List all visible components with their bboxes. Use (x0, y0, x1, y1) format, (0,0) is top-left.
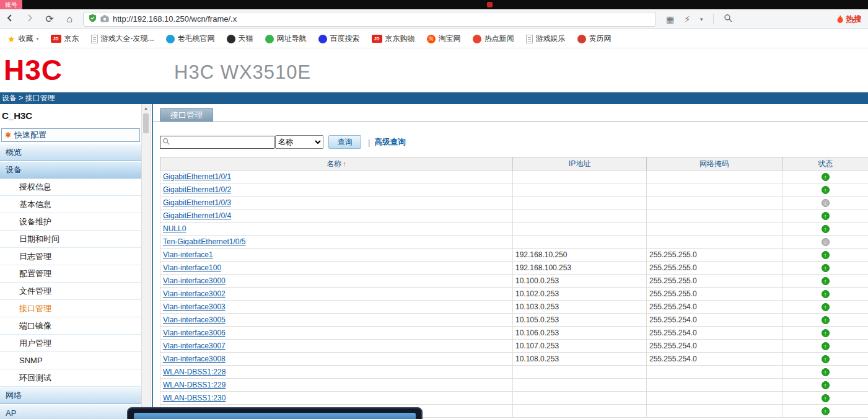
bookmark-item[interactable]: JD京东 (51, 33, 79, 44)
status-up-icon: ↑ (822, 329, 830, 337)
cell-name: Vlan-interface3000 (160, 275, 513, 288)
site-favicon-icon: 淘 (427, 35, 436, 43)
hot-search-button[interactable]: 热搜 (836, 14, 862, 25)
interface-link[interactable]: GigabitEthernet1/0/3 (163, 198, 231, 207)
sidebar-item[interactable]: 配置管理 (0, 265, 141, 283)
bookmark-item[interactable]: 百度搜索 (318, 33, 360, 44)
search-icon[interactable] (724, 14, 732, 24)
address-bar[interactable]: http://192.168.10.250/wcn/frame/.x (83, 12, 656, 27)
interface-link[interactable]: GigabitEthernet1/0/4 (163, 211, 231, 220)
cell-name: Vlan-interface3008 (160, 353, 513, 366)
sidebar-item[interactable]: 基本信息 (0, 196, 141, 213)
h3c-logo: H3C (4, 53, 63, 87)
cell-status: ↑ (783, 301, 868, 314)
interface-link[interactable]: Vlan-interface3008 (163, 355, 226, 363)
scrollbar-up-icon[interactable]: ▲ (142, 104, 150, 113)
scrollbar-thumb[interactable] (143, 113, 149, 133)
interface-link[interactable]: GigabitEthernet1/0/2 (163, 185, 231, 194)
sidebar-scrollbar[interactable]: ▲ (141, 104, 151, 419)
sidebar-item[interactable]: 设备维护 (0, 213, 141, 231)
interface-link[interactable]: Ten-GigabitEthernet1/0/5 (163, 237, 245, 246)
interface-link[interactable]: Vlan-interface1 (163, 250, 213, 259)
sidebar-section[interactable]: AP (0, 404, 141, 419)
interface-link[interactable]: WLAN-DBSS1:229 (163, 381, 226, 389)
table-row: Vlan-interface300310.103.0.253255.255.25… (160, 301, 868, 314)
interface-link[interactable]: Vlan-interface3005 (163, 315, 226, 324)
sidebar-section[interactable]: 概览 (0, 144, 141, 161)
search-box[interactable] (160, 136, 274, 149)
query-button[interactable]: 查询 (328, 135, 361, 149)
bookmark-item[interactable]: 游戏大全-发现... (91, 33, 154, 44)
speed-bolt-icon[interactable]: ⚡ (684, 14, 690, 24)
interface-link[interactable]: Vlan-interface3000 (163, 276, 226, 285)
cell-status: ↑ (783, 353, 868, 366)
quick-config-button[interactable]: ✱ 快速配置 (1, 128, 140, 142)
cell-ip: 10.107.0.253 (513, 340, 647, 353)
sidebar-item[interactable]: 日志管理 (0, 248, 141, 265)
cell-name: Vlan-interface3005 (160, 314, 513, 327)
interface-link[interactable]: Vlan-interface100 (163, 263, 221, 272)
cell-mask (647, 223, 783, 236)
table-row: Vlan-interface300010.100.0.253255.255.25… (160, 275, 868, 288)
sidebar-item[interactable]: 接口管理 (0, 300, 141, 317)
site-favicon-icon (265, 35, 274, 43)
security-shield-icon[interactable] (89, 14, 97, 25)
cell-status: ↑ (783, 210, 868, 223)
interface-link[interactable]: Vlan-interface3002 (163, 289, 226, 298)
advanced-query-link[interactable]: 高级查询 (374, 137, 405, 148)
refresh-icon[interactable]: ⟳ (40, 10, 59, 29)
sidebar-item[interactable]: 授权信息 (0, 179, 141, 196)
status-up-icon: ↑ (822, 173, 830, 181)
account-badge[interactable]: 账号 (0, 0, 22, 9)
forward-icon[interactable] (20, 10, 40, 29)
interface-link[interactable]: Vlan-interface3006 (163, 329, 226, 337)
bookmark-item[interactable]: 游戏娱乐 (526, 33, 566, 44)
interface-link[interactable]: WLAN-DBSS1:228 (163, 368, 226, 376)
cell-status: ↑ (783, 170, 868, 183)
sidebar-item[interactable]: 环回测试 (0, 369, 141, 387)
status-up-icon: ↑ (822, 290, 830, 298)
sidebar-section[interactable]: 网络 (0, 387, 141, 404)
column-header-status[interactable]: 状态 (783, 157, 868, 170)
tab-interface-management[interactable]: 接口管理 (160, 108, 213, 121)
popup-window-edge[interactable] (127, 407, 423, 419)
sidebar-item[interactable]: 端口镜像 (0, 317, 141, 335)
column-header-mask[interactable]: 网络掩码 (647, 157, 783, 170)
apps-grid-icon[interactable]: ▦ (666, 14, 674, 24)
interface-link[interactable]: WLAN-DBSS1:230 (163, 394, 226, 402)
sidebar-item[interactable]: 用户管理 (0, 335, 141, 352)
cell-mask (647, 379, 783, 392)
column-header-name[interactable]: 名称↑ (160, 157, 513, 170)
sidebar-item[interactable]: SNMP (0, 352, 141, 369)
bookmark-item[interactable]: 热点新闻 (473, 33, 514, 44)
bookmark-item[interactable]: ★收藏▾ (7, 33, 39, 44)
chevron-down-icon[interactable]: ▾ (700, 16, 703, 22)
bookmark-label: 京东购物 (385, 33, 415, 44)
home-icon[interactable]: ⌂ (59, 10, 79, 29)
bookmark-item[interactable]: 网址导航 (265, 33, 307, 44)
cell-mask (647, 405, 783, 418)
status-up-icon: ↑ (822, 212, 830, 220)
interface-link[interactable]: Vlan-interface3007 (163, 342, 226, 350)
back-icon[interactable] (0, 10, 20, 29)
capture-icon[interactable] (100, 14, 109, 25)
sidebar-item[interactable]: 文件管理 (0, 283, 141, 300)
sidebar-section[interactable]: 设备 (0, 161, 141, 179)
product-title: H3C WX3510E (174, 61, 311, 84)
cell-ip: 10.105.0.253 (513, 314, 647, 327)
bookmark-item[interactable]: 天猫 (227, 33, 253, 44)
bookmark-item[interactable]: 淘淘宝网 (427, 33, 461, 44)
column-header-ip[interactable]: IP地址 (513, 157, 647, 170)
popup-window-titlebar[interactable] (134, 413, 416, 419)
sidebar-item[interactable]: 日期和时间 (0, 231, 141, 248)
bookmark-item[interactable]: 老毛桃官网 (166, 33, 215, 44)
url-text[interactable]: http://192.168.10.250/wcn/frame/.x (113, 14, 237, 24)
interface-link[interactable]: GigabitEthernet1/0/1 (163, 172, 231, 181)
interface-link[interactable]: Vlan-interface3003 (163, 302, 226, 311)
search-input[interactable] (172, 137, 272, 148)
interface-link[interactable]: NULL0 (163, 224, 186, 233)
bookmark-item[interactable]: JD京东购物 (372, 33, 415, 44)
bookmark-item[interactable]: 黄历网 (577, 33, 612, 44)
cell-status: ↑ (783, 275, 868, 288)
search-column-select[interactable]: 名称 (275, 135, 323, 149)
